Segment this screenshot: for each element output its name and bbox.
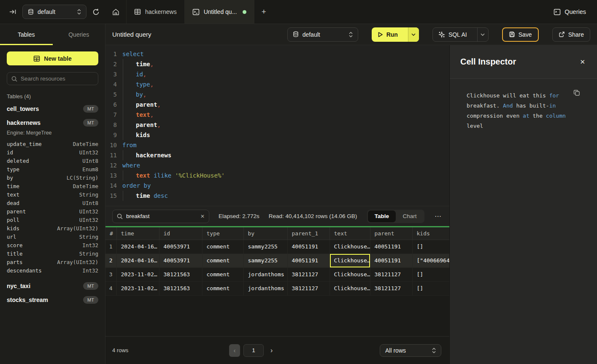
sql-ai-chevron[interactable]	[477, 28, 488, 41]
table-cell[interactable]: []	[412, 240, 449, 253]
column-header[interactable]: text	[330, 227, 370, 240]
results-search[interactable]: ✕	[112, 210, 209, 223]
tab-untitled-query[interactable]: Untitled qu...	[185, 0, 255, 24]
line-number: 7	[105, 110, 117, 120]
table-cell[interactable]: 2023-11-02…	[116, 281, 159, 295]
table-cell[interactable]: 2024-04-16…	[116, 240, 159, 253]
table-cell[interactable]: 40051191	[370, 240, 412, 253]
cell-inspector-header: Cell Inspector ✕	[450, 45, 597, 79]
view-table-button[interactable]: Table	[368, 210, 396, 222]
column-header[interactable]: time	[116, 227, 159, 240]
sidebar-tab-queries[interactable]: Queries	[53, 24, 105, 45]
line-number: 15	[105, 191, 117, 201]
toolbar-database-selector[interactable]: default	[287, 27, 358, 42]
table-cell[interactable]: 40053971	[159, 240, 202, 253]
column-header[interactable]: id	[159, 227, 202, 240]
table-cell[interactable]: Clickhouse…	[330, 267, 370, 281]
clear-search-button[interactable]: ✕	[200, 213, 205, 219]
resource-search-input[interactable]	[21, 75, 94, 82]
table-name: stocks_stream	[7, 297, 48, 303]
sql-editor[interactable]: 1select2time,3id,4type,5by,6parent,7text…	[105, 45, 449, 206]
table-icon	[134, 8, 141, 15]
column-header[interactable]: kids	[412, 227, 449, 240]
column-row: urlString	[7, 232, 98, 241]
table-cell[interactable]: 38121127	[287, 281, 330, 295]
row-number-cell: 3	[105, 267, 116, 281]
table-cell[interactable]: 38121127	[370, 281, 412, 295]
table-cell[interactable]: sammy2255	[243, 253, 287, 267]
table-cell[interactable]: jordanthoms	[243, 267, 287, 281]
engine-badge: MT	[83, 119, 98, 127]
column-header[interactable]: parent_1	[287, 227, 330, 240]
results-more-button[interactable]: ⋯	[434, 212, 443, 220]
share-icon	[559, 31, 565, 38]
sidebar-table-stocks-stream[interactable]: stocks_stream MT	[7, 293, 98, 307]
run-options-chevron[interactable]	[408, 27, 419, 42]
engine-badge: MT	[83, 105, 98, 113]
next-page-button[interactable]: ›	[267, 347, 276, 354]
table-cell[interactable]: comment	[202, 240, 243, 253]
run-button[interactable]: Run	[372, 27, 419, 42]
table-cell[interactable]: ["40066964…	[412, 253, 449, 267]
refresh-icon	[92, 8, 100, 16]
table-cell[interactable]: Clickhouse…	[330, 240, 370, 253]
table-cell[interactable]: Clickhouse…	[330, 253, 370, 267]
column-header[interactable]: parent	[370, 227, 412, 240]
query-toolbar: Untitled query default	[105, 24, 597, 45]
column-name: parent	[7, 208, 26, 215]
code-text: order by	[122, 181, 151, 191]
column-header[interactable]: #	[105, 227, 116, 240]
chevron-updown-icon	[77, 9, 81, 15]
view-chart-button[interactable]: Chart	[396, 210, 424, 222]
new-tab-button[interactable]: +	[254, 0, 273, 24]
table-cell[interactable]: jordanthoms	[243, 281, 287, 295]
table-cell[interactable]: 40053971	[159, 253, 202, 267]
table-icon	[33, 55, 40, 62]
table-cell[interactable]: Clickhouse…	[330, 281, 370, 295]
table-cell[interactable]: comment	[202, 267, 243, 281]
table-cell[interactable]: 38121127	[370, 267, 412, 281]
table-cell[interactable]: []	[412, 281, 449, 295]
code-text: select	[122, 49, 144, 59]
page-size-selector[interactable]: All rows	[380, 344, 441, 357]
tab-hackernews[interactable]: hackernews	[127, 0, 185, 24]
code-line: 15time desc	[105, 191, 449, 201]
table-cell[interactable]: 38121127	[287, 267, 330, 281]
collapse-sidebar-icon	[9, 8, 16, 15]
collapse-sidebar-button[interactable]	[9, 8, 16, 15]
refresh-button[interactable]	[92, 8, 100, 16]
sidebar-table-nyc-taxi[interactable]: nyc_taxi MT	[7, 279, 98, 293]
column-header[interactable]: by	[243, 227, 287, 240]
table-cell[interactable]: 40051191	[287, 240, 330, 253]
column-header[interactable]: type	[202, 227, 243, 240]
table-cell[interactable]: []	[412, 267, 449, 281]
queries-panel-button[interactable]: Queries	[543, 0, 597, 24]
resource-search[interactable]	[7, 72, 98, 85]
sidebar-tab-tables[interactable]: Tables	[0, 24, 53, 45]
sidebar-table-hackernews[interactable]: hackernews MT	[7, 116, 98, 129]
save-button[interactable]: Save	[502, 27, 539, 42]
table-cell[interactable]: 38121563	[159, 281, 202, 295]
tab-home[interactable]	[105, 0, 127, 24]
code-line: 5by,	[105, 89, 449, 100]
sidebar-tabs: Tables Queries	[0, 24, 105, 45]
table-cell[interactable]: sammy2255	[243, 240, 287, 253]
results-search-input[interactable]	[126, 213, 197, 219]
prev-page-button[interactable]: ‹	[229, 344, 240, 357]
table-cell[interactable]: 2023-11-02…	[116, 267, 159, 281]
table-cell[interactable]: 40051191	[287, 253, 330, 267]
table-cell[interactable]: comment	[202, 281, 243, 295]
share-button[interactable]: Share	[552, 27, 590, 42]
sql-ai-button[interactable]: SQL AI	[432, 27, 489, 42]
table-cell[interactable]: 40051191	[370, 253, 412, 267]
table-cell[interactable]: 2024-04-16…	[116, 253, 159, 267]
database-selector[interactable]: default	[22, 5, 86, 19]
close-inspector-button[interactable]: ✕	[580, 58, 585, 66]
table-cell[interactable]: comment	[202, 253, 243, 267]
copy-button[interactable]	[573, 89, 580, 96]
table-cell[interactable]: 38121563	[159, 267, 202, 281]
page-number-input[interactable]	[243, 344, 264, 357]
column-row: parentUInt32	[7, 207, 98, 216]
new-table-button[interactable]: New table	[7, 51, 98, 65]
sidebar-table-cell-towers[interactable]: cell_towers MT	[7, 102, 98, 116]
